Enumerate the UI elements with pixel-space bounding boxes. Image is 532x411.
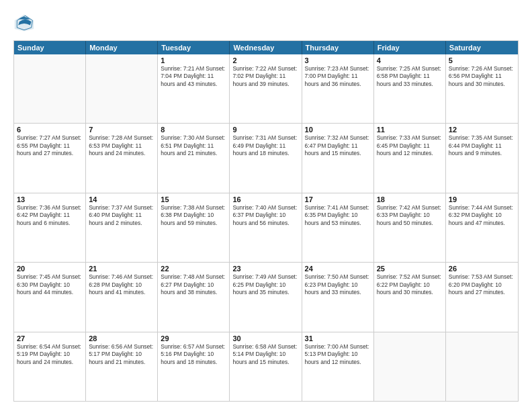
day-number: 30 xyxy=(232,334,298,342)
calendar-cell: 13Sunrise: 7:36 AM Sunset: 6:42 PM Dayli… xyxy=(14,193,86,262)
day-number: 28 xyxy=(89,334,154,342)
calendar-week-3: 13Sunrise: 7:36 AM Sunset: 6:42 PM Dayli… xyxy=(14,193,518,263)
calendar-week-2: 6Sunrise: 7:27 AM Sunset: 6:55 PM Daylig… xyxy=(14,124,518,193)
calendar-cell: 29Sunrise: 6:57 AM Sunset: 5:16 PM Dayli… xyxy=(158,332,230,401)
day-info: Sunrise: 7:40 AM Sunset: 6:37 PM Dayligh… xyxy=(232,204,298,227)
day-info: Sunrise: 7:44 AM Sunset: 6:32 PM Dayligh… xyxy=(449,204,515,227)
day-info: Sunrise: 7:46 AM Sunset: 6:28 PM Dayligh… xyxy=(89,273,154,296)
day-number: 22 xyxy=(161,265,226,273)
calendar-cell xyxy=(446,332,518,401)
logo-icon xyxy=(13,12,35,34)
calendar-cell: 16Sunrise: 7:40 AM Sunset: 6:37 PM Dayli… xyxy=(230,193,302,262)
day-info: Sunrise: 7:50 AM Sunset: 6:23 PM Dayligh… xyxy=(305,273,371,296)
calendar-cell: 28Sunrise: 6:56 AM Sunset: 5:17 PM Dayli… xyxy=(86,332,158,401)
day-number: 3 xyxy=(305,56,371,64)
day-number: 26 xyxy=(449,265,515,273)
calendar-cell: 1Sunrise: 7:21 AM Sunset: 7:04 PM Daylig… xyxy=(158,54,230,123)
calendar-cell: 5Sunrise: 7:26 AM Sunset: 6:56 PM Daylig… xyxy=(446,54,518,123)
calendar-week-4: 20Sunrise: 7:45 AM Sunset: 6:30 PM Dayli… xyxy=(14,263,518,332)
day-number: 16 xyxy=(232,195,298,203)
calendar-cell: 14Sunrise: 7:37 AM Sunset: 6:40 PM Dayli… xyxy=(86,193,158,262)
day-number: 17 xyxy=(305,195,371,203)
day-number: 2 xyxy=(232,56,298,64)
calendar-cell: 17Sunrise: 7:41 AM Sunset: 6:35 PM Dayli… xyxy=(302,193,374,262)
day-info: Sunrise: 7:52 AM Sunset: 6:22 PM Dayligh… xyxy=(377,273,443,296)
day-number: 23 xyxy=(232,265,298,273)
calendar-cell xyxy=(14,54,86,123)
day-number: 11 xyxy=(377,126,443,134)
day-info: Sunrise: 7:42 AM Sunset: 6:33 PM Dayligh… xyxy=(377,204,443,227)
calendar-cell: 6Sunrise: 7:27 AM Sunset: 6:55 PM Daylig… xyxy=(14,124,86,192)
calendar-cell: 23Sunrise: 7:49 AM Sunset: 6:25 PM Dayli… xyxy=(230,263,302,331)
day-info: Sunrise: 7:36 AM Sunset: 6:42 PM Dayligh… xyxy=(17,204,83,227)
day-info: Sunrise: 7:23 AM Sunset: 7:00 PM Dayligh… xyxy=(305,65,371,88)
day-info: Sunrise: 7:28 AM Sunset: 6:53 PM Dayligh… xyxy=(89,134,154,157)
logo xyxy=(13,12,38,34)
day-number: 6 xyxy=(17,126,83,134)
calendar-cell: 10Sunrise: 7:32 AM Sunset: 6:47 PM Dayli… xyxy=(302,124,374,192)
day-number: 14 xyxy=(89,195,154,203)
day-info: Sunrise: 7:31 AM Sunset: 6:49 PM Dayligh… xyxy=(232,134,298,157)
calendar-cell: 9Sunrise: 7:31 AM Sunset: 6:49 PM Daylig… xyxy=(230,124,302,192)
calendar-cell xyxy=(86,54,158,123)
day-info: Sunrise: 7:25 AM Sunset: 6:58 PM Dayligh… xyxy=(377,65,443,88)
calendar-body: 1Sunrise: 7:21 AM Sunset: 7:04 PM Daylig… xyxy=(14,54,518,401)
day-number: 25 xyxy=(377,265,443,273)
day-number: 5 xyxy=(449,56,515,64)
day-info: Sunrise: 7:30 AM Sunset: 6:51 PM Dayligh… xyxy=(161,134,226,157)
header-day-friday: Friday xyxy=(374,41,446,54)
header-day-thursday: Thursday xyxy=(302,41,374,54)
day-number: 13 xyxy=(17,195,83,203)
day-number: 27 xyxy=(17,334,83,342)
day-number: 21 xyxy=(89,265,154,273)
header-day-tuesday: Tuesday xyxy=(158,41,230,54)
day-number: 31 xyxy=(305,334,371,342)
calendar-header: SundayMondayTuesdayWednesdayThursdayFrid… xyxy=(14,41,518,54)
header xyxy=(13,12,519,34)
page: SundayMondayTuesdayWednesdayThursdayFrid… xyxy=(0,0,532,411)
day-number: 24 xyxy=(305,265,371,273)
calendar-cell: 25Sunrise: 7:52 AM Sunset: 6:22 PM Dayli… xyxy=(374,263,446,331)
header-day-sunday: Sunday xyxy=(14,41,86,54)
calendar-cell: 31Sunrise: 7:00 AM Sunset: 5:13 PM Dayli… xyxy=(302,332,374,401)
day-info: Sunrise: 7:35 AM Sunset: 6:44 PM Dayligh… xyxy=(449,134,515,157)
day-info: Sunrise: 7:33 AM Sunset: 6:45 PM Dayligh… xyxy=(377,134,443,157)
day-number: 4 xyxy=(377,56,443,64)
calendar-cell: 18Sunrise: 7:42 AM Sunset: 6:33 PM Dayli… xyxy=(374,193,446,262)
day-number: 1 xyxy=(161,56,226,64)
day-number: 9 xyxy=(232,126,298,134)
day-info: Sunrise: 7:26 AM Sunset: 6:56 PM Dayligh… xyxy=(449,65,515,88)
day-info: Sunrise: 7:27 AM Sunset: 6:55 PM Dayligh… xyxy=(17,134,83,157)
calendar-cell: 30Sunrise: 6:58 AM Sunset: 5:14 PM Dayli… xyxy=(230,332,302,401)
day-info: Sunrise: 7:37 AM Sunset: 6:40 PM Dayligh… xyxy=(89,204,154,227)
calendar-cell: 26Sunrise: 7:53 AM Sunset: 6:20 PM Dayli… xyxy=(446,263,518,331)
day-info: Sunrise: 6:56 AM Sunset: 5:17 PM Dayligh… xyxy=(89,343,154,366)
header-day-monday: Monday xyxy=(86,41,158,54)
calendar-cell: 3Sunrise: 7:23 AM Sunset: 7:00 PM Daylig… xyxy=(302,54,374,123)
calendar-cell: 24Sunrise: 7:50 AM Sunset: 6:23 PM Dayli… xyxy=(302,263,374,331)
calendar-cell: 19Sunrise: 7:44 AM Sunset: 6:32 PM Dayli… xyxy=(446,193,518,262)
calendar-cell: 22Sunrise: 7:48 AM Sunset: 6:27 PM Dayli… xyxy=(158,263,230,331)
calendar-cell: 2Sunrise: 7:22 AM Sunset: 7:02 PM Daylig… xyxy=(230,54,302,123)
calendar-week-5: 27Sunrise: 6:54 AM Sunset: 5:19 PM Dayli… xyxy=(14,332,518,401)
day-info: Sunrise: 7:32 AM Sunset: 6:47 PM Dayligh… xyxy=(305,134,371,157)
day-info: Sunrise: 7:38 AM Sunset: 6:38 PM Dayligh… xyxy=(161,204,226,227)
day-info: Sunrise: 7:45 AM Sunset: 6:30 PM Dayligh… xyxy=(17,273,83,296)
header-day-wednesday: Wednesday xyxy=(230,41,302,54)
day-info: Sunrise: 7:00 AM Sunset: 5:13 PM Dayligh… xyxy=(305,343,371,366)
day-info: Sunrise: 7:41 AM Sunset: 6:35 PM Dayligh… xyxy=(305,204,371,227)
day-number: 20 xyxy=(17,265,83,273)
day-info: Sunrise: 7:21 AM Sunset: 7:04 PM Dayligh… xyxy=(161,65,226,88)
header-day-saturday: Saturday xyxy=(446,41,518,54)
day-number: 19 xyxy=(449,195,515,203)
day-number: 15 xyxy=(161,195,226,203)
day-info: Sunrise: 6:54 AM Sunset: 5:19 PM Dayligh… xyxy=(17,343,83,366)
day-info: Sunrise: 7:22 AM Sunset: 7:02 PM Dayligh… xyxy=(232,65,298,88)
calendar-cell: 21Sunrise: 7:46 AM Sunset: 6:28 PM Dayli… xyxy=(86,263,158,331)
calendar-cell: 4Sunrise: 7:25 AM Sunset: 6:58 PM Daylig… xyxy=(374,54,446,123)
day-number: 7 xyxy=(89,126,154,134)
calendar-cell: 11Sunrise: 7:33 AM Sunset: 6:45 PM Dayli… xyxy=(374,124,446,192)
day-number: 12 xyxy=(449,126,515,134)
day-info: Sunrise: 7:48 AM Sunset: 6:27 PM Dayligh… xyxy=(161,273,226,296)
day-number: 18 xyxy=(377,195,443,203)
